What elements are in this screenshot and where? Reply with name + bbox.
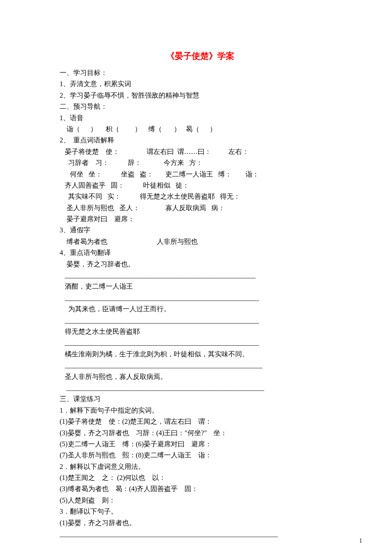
vocab-line-g: 晏子避席对曰 避席： xyxy=(60,214,341,225)
blank-line-6: ________________________________________… xyxy=(60,382,341,393)
sub-3-1-heading: 1．解释下面句子中指定的实词。 xyxy=(60,405,341,416)
blank-line-2: ________________________________________… xyxy=(60,292,341,304)
q3-2-b: (3)缚者曷为者也 曷：(4)齐人固善盗乎 固： xyxy=(60,483,341,494)
objective-2: 2、学习晏子临辱不惧，智胜强敌的精神与智慧 xyxy=(60,90,341,101)
q3-1-b: (3)晏婴，齐之习辞者也 习辞：(4)王曰："何坐?" 坐： xyxy=(60,428,341,439)
translate-prompt-2: 酒酣，吏二缚一人诣王 xyxy=(60,281,341,292)
section-1-heading: 一、学习目标： xyxy=(60,67,341,78)
tongjia-line: 缚者曷为者也 人非所与熙也 xyxy=(60,236,341,247)
translate-prompt-5: 橘生淮南则为橘，生于淮北则为枳，叶徒相似，其实味不同。 xyxy=(60,349,341,360)
blank-line-1: ________________________________________… xyxy=(60,270,341,281)
page-number: 1 xyxy=(359,536,362,546)
translate-prompt-6: 圣人非所与熙也，寡人反取病焉。 xyxy=(60,371,341,382)
phonetics-line: 诣（ ） 枳（ ） 缚（ ） 曷（ ） xyxy=(60,124,341,135)
q3-1-a: (1)晏子将使楚 使：(2)楚王闻之，谓左右曰 谓： xyxy=(60,416,341,427)
vocab-line-b: 习辞者 习： 辞： 今方来 方： xyxy=(60,157,341,168)
vocab-line-e: 其实味不同 实： 得无楚之水土使民善盗耶 得无： xyxy=(60,191,341,202)
q3-1-d: (7)圣人非所与熙也 熙：(8)吏二缚一人诣王 诣： xyxy=(60,450,341,461)
translate-prompt-3: 为其来也，臣请缚一人过王而行。 xyxy=(60,304,341,315)
q3-1-c: (5)吏二缚一人诣王 缚：(6)晏子避席对曰 避席： xyxy=(60,439,341,450)
section-2-heading: 二、预习导航： xyxy=(60,101,341,112)
translate-prompt-4: 得无楚之水土使民善盗耶 xyxy=(60,326,341,337)
vocab-line-d: 齐人固善盗乎 固： 叶徒相似 徒： xyxy=(60,180,341,191)
vocab-line-a: 晏子将使楚 使： 谓左右曰 谓……曰： 左右： xyxy=(60,146,341,157)
q3-3-a: (1)晏婴，齐之习辞者也。 xyxy=(60,517,341,529)
q3-2-c: (5)人楚则盗 则： xyxy=(60,495,341,506)
vocab-line-c: 何坐 坐： 坐盗 盗： 吏二缚一人诣王 缚： 诣： xyxy=(60,169,341,180)
translate-prompt-1: 晏婴，齐之习辞者也。 xyxy=(60,259,341,270)
sub-2-3-heading: 3、通假字 xyxy=(60,225,341,236)
blank-line-7: ________________________________________… xyxy=(60,529,341,540)
document-title: 《晏子使楚》学案 xyxy=(60,49,341,63)
sub-3-2-heading: 2．解释以下虚词意义用法。 xyxy=(60,461,341,472)
sub-2-4-heading: 4、重点语句翻译 xyxy=(60,247,341,258)
sub-3-3-heading: 3．翻译以下句子。 xyxy=(60,506,341,517)
section-3-heading: 三、课堂练习 xyxy=(60,393,341,405)
blank-line-4: ________________________________________… xyxy=(60,337,341,348)
blank-line-3: ________________________________________… xyxy=(60,315,341,326)
sub-2-1-heading: 1、语音 xyxy=(60,113,341,124)
vocab-line-f: 圣人非所与熙也 圣人： 寡人反取病焉 病： xyxy=(60,202,341,214)
objective-1: 1、弄清文意，积累实词 xyxy=(60,78,341,90)
blank-line-5: ________________________________________… xyxy=(60,360,341,371)
q3-2-a: (1)楚王闻之 之： (2)何以也 以： xyxy=(60,472,341,483)
sub-2-2-heading: 2、 重点词语解释 xyxy=(60,135,341,146)
